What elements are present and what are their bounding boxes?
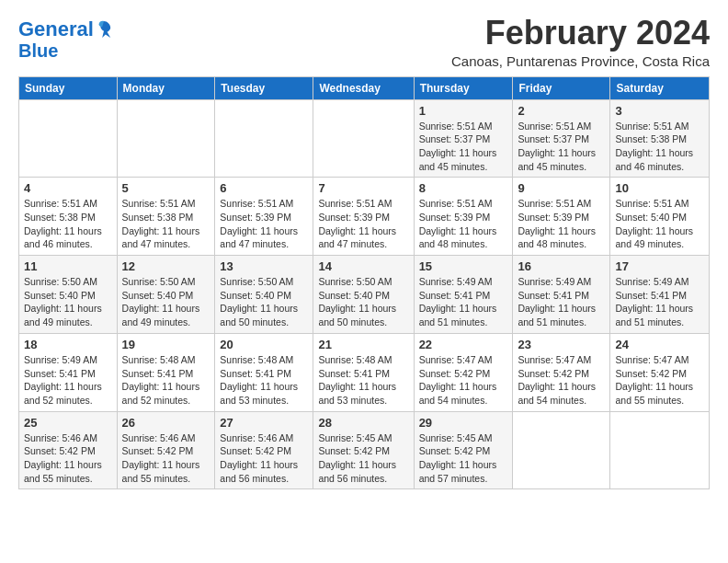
calendar-cell-w5-d0: 25Sunrise: 5:46 AMSunset: 5:42 PMDayligh… (19, 411, 118, 489)
calendar-cell-w3-d5: 16Sunrise: 5:49 AMSunset: 5:41 PMDayligh… (513, 256, 610, 334)
calendar-cell-w5-d1: 26Sunrise: 5:46 AMSunset: 5:42 PMDayligh… (117, 411, 215, 489)
week-row-3: 11Sunrise: 5:50 AMSunset: 5:40 PMDayligh… (19, 256, 710, 334)
calendar-cell-w1-d4: 1Sunrise: 5:51 AMSunset: 5:37 PMDaylight… (414, 99, 513, 178)
day-info: Sunrise: 5:47 AMSunset: 5:42 PMDaylight:… (518, 353, 605, 408)
calendar-cell-w1-d0 (19, 99, 118, 178)
calendar-cell-w3-d6: 17Sunrise: 5:49 AMSunset: 5:41 PMDayligh… (610, 256, 710, 334)
day-info: Sunrise: 5:46 AMSunset: 5:42 PMDaylight:… (220, 431, 308, 486)
day-number: 22 (419, 338, 508, 351)
calendar-cell-w2-d1: 5Sunrise: 5:51 AMSunset: 5:38 PMDaylight… (117, 178, 215, 256)
day-number: 9 (518, 181, 605, 195)
calendar-cell-w2-d0: 4Sunrise: 5:51 AMSunset: 5:38 PMDaylight… (19, 178, 118, 256)
day-number: 29 (419, 416, 508, 430)
day-number: 27 (220, 416, 308, 430)
day-number: 28 (318, 416, 408, 430)
day-info: Sunrise: 5:46 AMSunset: 5:42 PMDaylight:… (24, 431, 112, 486)
calendar-cell-w3-d3: 14Sunrise: 5:50 AMSunset: 5:40 PMDayligh… (313, 256, 414, 334)
day-info: Sunrise: 5:51 AMSunset: 5:39 PMDaylight:… (518, 197, 605, 251)
logo-bird-icon (96, 19, 112, 40)
calendar-cell-w5-d4: 29Sunrise: 5:45 AMSunset: 5:42 PMDayligh… (414, 411, 513, 489)
day-number: 24 (615, 338, 704, 351)
calendar-cell-w1-d6: 3Sunrise: 5:51 AMSunset: 5:38 PMDaylight… (610, 99, 710, 178)
week-row-2: 4Sunrise: 5:51 AMSunset: 5:38 PMDaylight… (19, 178, 710, 256)
day-number: 14 (318, 259, 408, 273)
calendar-cell-w4-d5: 23Sunrise: 5:47 AMSunset: 5:42 PMDayligh… (513, 333, 610, 411)
day-info: Sunrise: 5:45 AMSunset: 5:42 PMDaylight:… (419, 431, 508, 486)
day-info: Sunrise: 5:50 AMSunset: 5:40 PMDaylight:… (318, 275, 408, 329)
calendar-cell-w3-d2: 13Sunrise: 5:50 AMSunset: 5:40 PMDayligh… (215, 256, 313, 334)
day-info: Sunrise: 5:48 AMSunset: 5:41 PMDaylight:… (318, 353, 408, 408)
day-info: Sunrise: 5:46 AMSunset: 5:42 PMDaylight:… (122, 431, 210, 486)
calendar-cell-w5-d6 (610, 411, 710, 489)
day-number: 18 (24, 338, 112, 351)
day-number: 13 (220, 259, 308, 273)
calendar-cell-w1-d5: 2Sunrise: 5:51 AMSunset: 5:37 PMDaylight… (513, 99, 610, 178)
day-number: 8 (419, 181, 508, 195)
day-info: Sunrise: 5:47 AMSunset: 5:42 PMDaylight:… (419, 353, 508, 408)
title-block: February 2024 Canoas, Puntarenas Provinc… (451, 15, 710, 69)
calendar-cell-w3-d1: 12Sunrise: 5:50 AMSunset: 5:40 PMDayligh… (117, 256, 215, 334)
calendar-cell-w2-d3: 7Sunrise: 5:51 AMSunset: 5:39 PMDaylight… (313, 178, 414, 256)
calendar-cell-w2-d5: 9Sunrise: 5:51 AMSunset: 5:39 PMDaylight… (513, 178, 610, 256)
day-info: Sunrise: 5:50 AMSunset: 5:40 PMDaylight:… (220, 275, 308, 329)
logo-text: General (18, 18, 94, 40)
header-wednesday: Wednesday (313, 76, 414, 99)
calendar-cell-w2-d6: 10Sunrise: 5:51 AMSunset: 5:40 PMDayligh… (610, 178, 710, 256)
calendar-cell-w2-d2: 6Sunrise: 5:51 AMSunset: 5:39 PMDaylight… (215, 178, 313, 256)
day-number: 16 (518, 259, 605, 273)
day-number: 17 (615, 259, 704, 273)
day-number: 4 (24, 181, 112, 195)
day-number: 23 (518, 338, 605, 351)
header-tuesday: Tuesday (215, 76, 313, 99)
calendar-cell-w1-d2 (215, 99, 313, 178)
week-row-1: 1Sunrise: 5:51 AMSunset: 5:37 PMDaylight… (19, 99, 710, 178)
calendar-cell-w3-d4: 15Sunrise: 5:49 AMSunset: 5:41 PMDayligh… (414, 256, 513, 334)
day-info: Sunrise: 5:48 AMSunset: 5:41 PMDaylight:… (220, 353, 308, 408)
day-number: 6 (220, 181, 308, 195)
day-number: 5 (122, 181, 210, 195)
day-info: Sunrise: 5:51 AMSunset: 5:38 PMDaylight:… (122, 197, 210, 251)
header: General Blue February 2024 Canoas, Punta… (18, 15, 710, 69)
calendar-cell-w5-d5 (513, 411, 610, 489)
calendar-cell-w4-d3: 21Sunrise: 5:48 AMSunset: 5:41 PMDayligh… (313, 333, 414, 411)
day-info: Sunrise: 5:49 AMSunset: 5:41 PMDaylight:… (615, 275, 704, 329)
calendar-table: Sunday Monday Tuesday Wednesday Thursday… (18, 76, 710, 490)
calendar-cell-w4-d1: 19Sunrise: 5:48 AMSunset: 5:41 PMDayligh… (117, 333, 215, 411)
header-saturday: Saturday (610, 76, 710, 99)
day-number: 15 (419, 259, 508, 273)
logo-blue: Blue (18, 40, 112, 61)
day-number: 3 (615, 104, 704, 118)
day-info: Sunrise: 5:51 AMSunset: 5:38 PMDaylight:… (24, 197, 112, 251)
day-number: 7 (318, 181, 408, 195)
day-info: Sunrise: 5:49 AMSunset: 5:41 PMDaylight:… (419, 275, 508, 329)
logo: General Blue (18, 18, 112, 61)
calendar-cell-w5-d2: 27Sunrise: 5:46 AMSunset: 5:42 PMDayligh… (215, 411, 313, 489)
day-number: 1 (419, 104, 508, 118)
day-number: 2 (518, 104, 605, 118)
calendar-cell-w4-d0: 18Sunrise: 5:49 AMSunset: 5:41 PMDayligh… (19, 333, 118, 411)
day-number: 19 (122, 338, 210, 351)
day-info: Sunrise: 5:51 AMSunset: 5:39 PMDaylight:… (318, 197, 408, 251)
calendar-cell-w4-d2: 20Sunrise: 5:48 AMSunset: 5:41 PMDayligh… (215, 333, 313, 411)
location-subtitle: Canoas, Puntarenas Province, Costa Rica (451, 53, 710, 69)
calendar-cell-w4-d6: 24Sunrise: 5:47 AMSunset: 5:42 PMDayligh… (610, 333, 710, 411)
day-info: Sunrise: 5:49 AMSunset: 5:41 PMDaylight:… (518, 275, 605, 329)
month-year-title: February 2024 (451, 15, 710, 52)
day-info: Sunrise: 5:47 AMSunset: 5:42 PMDaylight:… (615, 353, 704, 408)
calendar-cell-w5-d3: 28Sunrise: 5:45 AMSunset: 5:42 PMDayligh… (313, 411, 414, 489)
day-info: Sunrise: 5:51 AMSunset: 5:38 PMDaylight:… (615, 120, 704, 174)
day-info: Sunrise: 5:51 AMSunset: 5:37 PMDaylight:… (419, 120, 508, 174)
day-info: Sunrise: 5:50 AMSunset: 5:40 PMDaylight:… (122, 275, 210, 329)
header-thursday: Thursday (414, 76, 513, 99)
header-friday: Friday (513, 76, 610, 99)
week-row-5: 25Sunrise: 5:46 AMSunset: 5:42 PMDayligh… (19, 411, 710, 489)
day-number: 12 (122, 259, 210, 273)
day-info: Sunrise: 5:51 AMSunset: 5:39 PMDaylight:… (220, 197, 308, 251)
calendar-header-row: Sunday Monday Tuesday Wednesday Thursday… (19, 76, 710, 99)
header-monday: Monday (117, 76, 215, 99)
day-number: 11 (24, 259, 112, 273)
day-info: Sunrise: 5:49 AMSunset: 5:41 PMDaylight:… (24, 353, 112, 408)
calendar-cell-w3-d0: 11Sunrise: 5:50 AMSunset: 5:40 PMDayligh… (19, 256, 118, 334)
day-info: Sunrise: 5:50 AMSunset: 5:40 PMDaylight:… (24, 275, 112, 329)
week-row-4: 18Sunrise: 5:49 AMSunset: 5:41 PMDayligh… (19, 333, 710, 411)
